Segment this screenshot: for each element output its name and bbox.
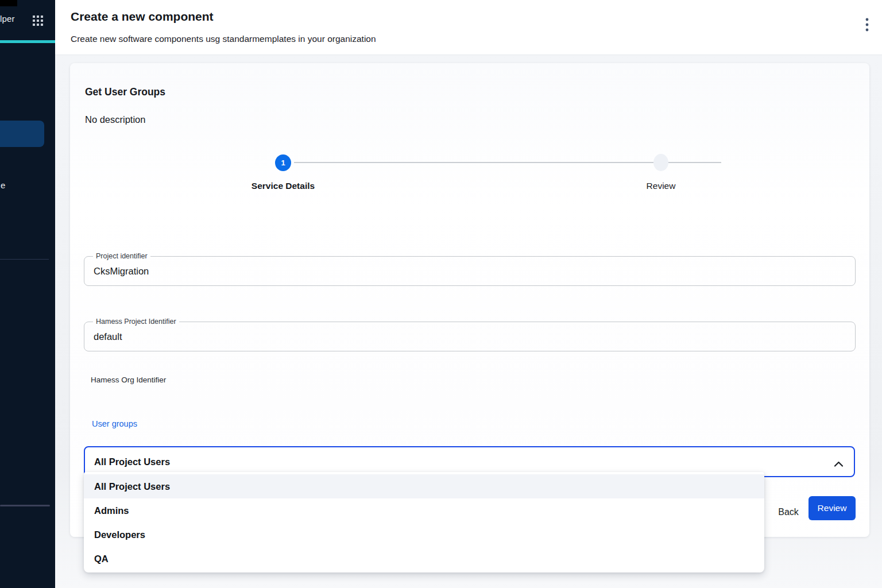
dropdown-option-admins[interactable]: Admins [84,498,764,523]
dropdown-option-all-project-users[interactable]: All Project Users [84,474,764,498]
template-form-card: Get User Groups No description 1 Service… [70,63,869,537]
harness-project-identifier-input[interactable] [92,326,847,347]
template-description: No description [85,114,145,125]
harness-org-identifier-label: Hamess Org Identifier [91,376,166,384]
page-header: Create a new component Create new softwa… [55,0,882,55]
sidebar-accent-line [0,40,55,43]
apps-grid-icon[interactable] [33,16,43,26]
user-groups-selected-value: All Project Users [94,457,834,467]
brand-text-fragment: lper [0,14,15,24]
harness-project-identifier-field: Hamess Project Identifier [84,318,856,351]
dropdown-option-qa[interactable]: QA [84,547,764,571]
more-options-icon[interactable] [865,18,869,32]
review-button[interactable]: Review [808,496,856,520]
sidebar: lper e [0,0,55,588]
sidebar-active-item[interactable] [0,121,44,147]
dropdown-option-developers[interactable]: Developers [84,523,764,547]
harness-project-identifier-label: Hamess Project Identifier [93,318,179,326]
stepper-step-1-label: Service Details [226,181,341,191]
chevron-up-icon [834,459,844,465]
stepper-step-2-circle[interactable] [653,154,668,171]
user-groups-link[interactable]: User groups [92,419,137,428]
back-button[interactable]: Back [772,502,804,522]
stepper-step-1-circle[interactable]: 1 [275,154,291,171]
project-identifier-field: Project identifier [84,252,856,286]
page-subtitle: Create new software components usg stand… [71,34,376,44]
sidebar-item-label-fragment[interactable]: e [1,180,5,190]
stepper-step-2-label: Review [604,181,718,191]
page-title: Create a new component [71,10,214,24]
sidebar-divider [0,259,49,260]
sidebar-top-notch [0,0,17,6]
project-identifier-label: Project identifier [93,252,150,260]
template-title: Get User Groups [85,86,165,98]
main-content: Get User Groups No description 1 Service… [55,55,882,588]
sidebar-divider [0,505,50,506]
user-groups-dropdown-menu: All Project Users Admins Developers QA [84,472,764,572]
project-identifier-input[interactable] [92,260,847,282]
